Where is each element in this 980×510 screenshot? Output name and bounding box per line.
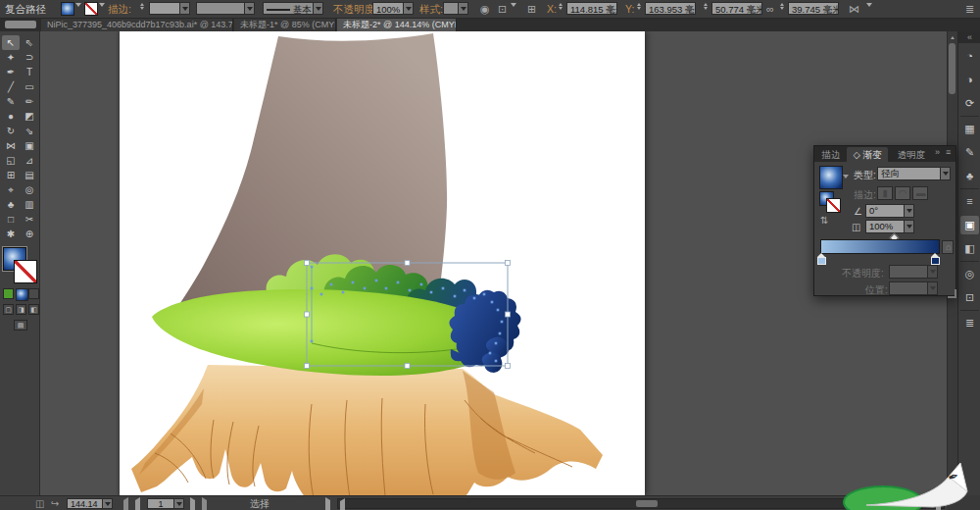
gradient-panel-icon[interactable]: ▣ <box>960 216 979 234</box>
gradient-stop-end[interactable] <box>931 253 940 263</box>
eraser-tool[interactable]: ◩ <box>21 109 38 124</box>
type-dropdown-caret[interactable] <box>940 167 951 180</box>
brush-definition-caret[interactable] <box>313 2 323 15</box>
stroke-weight-caret[interactable] <box>179 2 190 15</box>
stroke-swatch[interactable] <box>84 2 98 16</box>
shape-builder-tool[interactable]: ◱ <box>2 153 20 168</box>
brushes-panel-icon[interactable]: ✎ <box>960 143 979 162</box>
document-tab-1[interactable]: NiPic_377395_406b9cdd7b17c93b.ai* @ 143.… <box>41 18 233 31</box>
aspect-ratio-caret[interactable] <box>904 220 914 233</box>
paintbrush-tool[interactable]: ✎ <box>2 94 20 109</box>
line-segment-tool[interactable]: ╱ <box>2 79 20 94</box>
stroke-along-button[interactable]: ◠ <box>895 186 910 200</box>
toolbar-grip[interactable] <box>5 21 36 28</box>
rotate-tool[interactable]: ↻ <box>2 124 20 138</box>
stroke-weight-label[interactable]: 描边: <box>108 0 131 18</box>
gradient-swatch[interactable] <box>819 166 843 189</box>
brush-definition-field[interactable]: 基本 <box>263 2 314 15</box>
toolbar-stroke-swatch[interactable] <box>14 260 37 283</box>
transparency-panel-icon[interactable]: ◧ <box>960 239 979 258</box>
selection-tool[interactable]: ↖ <box>2 35 20 50</box>
draw-behind-button[interactable]: ◨ <box>16 304 26 315</box>
scroll-down-icon[interactable] <box>949 484 956 493</box>
w-stepper[interactable] <box>704 3 708 10</box>
zoom-level-caret[interactable] <box>102 498 113 509</box>
type-tool[interactable]: T <box>21 65 38 79</box>
x-stepper[interactable] <box>559 3 563 10</box>
last-artboard-icon[interactable] <box>202 500 207 510</box>
align-caret-icon[interactable] <box>511 7 516 19</box>
status-expand-icon[interactable] <box>325 500 330 510</box>
dock-control-icon[interactable]: ≣ <box>965 0 974 18</box>
tab-stroke[interactable]: 描边 <box>817 147 845 162</box>
width-tool[interactable]: ⋈ <box>2 138 20 153</box>
direct-selection-tool[interactable]: ⇖ <box>21 35 38 50</box>
gradient-slider[interactable] <box>820 239 940 254</box>
blob-brush-tool[interactable]: ● <box>2 109 20 124</box>
transform-caret-icon[interactable] <box>866 7 872 19</box>
artboards-panel-icon[interactable]: ⊡ <box>960 288 979 307</box>
artwork-canvas[interactable] <box>120 31 645 495</box>
angle-field[interactable]: 0° <box>865 204 905 218</box>
reverse-gradient-icon[interactable]: ⇅ <box>820 215 828 226</box>
expand-dock-button[interactable]: « <box>958 31 980 43</box>
column-graph-tool[interactable]: ▥ <box>21 197 38 212</box>
horizontal-scrollbar[interactable] <box>337 498 945 509</box>
panel-chevrons-icon[interactable]: » <box>935 147 940 157</box>
draw-inside-button[interactable]: ◧ <box>28 304 39 315</box>
perspective-grid-tool[interactable]: ⊿ <box>21 153 38 168</box>
style-label[interactable]: 样式: <box>419 0 443 18</box>
gradient-swatch-caret[interactable] <box>843 178 849 190</box>
color-button[interactable] <box>3 288 14 299</box>
style-field[interactable] <box>443 2 459 15</box>
panel-menu-icon[interactable]: ≡ <box>946 147 951 157</box>
swatches-panel-icon[interactable]: ▦ <box>960 120 979 138</box>
scroll-up-icon[interactable] <box>949 32 956 42</box>
blend-tool[interactable]: ◎ <box>21 182 38 197</box>
tab-gradient[interactable]: ◇ 渐变 <box>847 147 888 162</box>
next-artboard-icon[interactable] <box>190 500 195 510</box>
shear-icon[interactable]: ⋈ <box>849 0 859 18</box>
stroke-weight-field[interactable] <box>149 2 180 15</box>
magic-wand-tool[interactable]: ✦ <box>2 50 20 65</box>
h-stepper[interactable] <box>780 3 784 10</box>
panel-stroke-proxy[interactable] <box>826 198 841 213</box>
stop-location-caret[interactable] <box>927 281 938 295</box>
transform-icon[interactable]: ⊞ <box>527 0 536 18</box>
w-field[interactable]: 50.774 毫米 <box>711 2 762 15</box>
prev-artboard-icon[interactable] <box>135 500 140 510</box>
panel-resize-grip[interactable] <box>948 289 956 298</box>
recolor-artwork-icon[interactable]: ◉ <box>480 0 490 18</box>
scale-tool[interactable]: ⇘ <box>21 124 38 138</box>
artboard-number-caret[interactable] <box>173 498 184 509</box>
gradient-stop-start[interactable] <box>817 253 826 263</box>
opacity-field[interactable]: 100% <box>372 2 404 15</box>
align-dropdown-icon[interactable]: ⊡ <box>498 0 507 18</box>
scroll-left-icon[interactable] <box>340 501 345 510</box>
aspect-ratio-field[interactable]: 100% <box>865 220 905 233</box>
hand-tool[interactable]: ✱ <box>2 227 20 241</box>
layers-panel-icon[interactable]: ≣ <box>960 314 979 332</box>
status-left-icon-2[interactable]: ↪ <box>51 496 59 510</box>
color-panel-icon[interactable]: ◔ <box>960 47 979 66</box>
none-button[interactable] <box>28 288 39 299</box>
gradient-button[interactable] <box>16 288 28 301</box>
screen-mode-button[interactable]: ▤ <box>14 320 27 331</box>
type-dropdown[interactable]: 径向 <box>877 167 941 180</box>
pen-tool[interactable]: ✒ <box>2 65 20 79</box>
stop-opacity-caret[interactable] <box>927 265 938 279</box>
style-caret[interactable] <box>458 2 468 15</box>
rectangle-tool[interactable]: ▭ <box>21 79 38 94</box>
h-field[interactable]: 39.745 毫米 <box>788 2 839 15</box>
symbols-panel-icon[interactable]: ♣ <box>960 167 979 185</box>
stroke-within-button[interactable]: ▮ <box>877 186 893 200</box>
opacity-label[interactable]: 不透明度: <box>333 0 377 18</box>
zoom-tool[interactable]: ⊕ <box>21 227 38 241</box>
free-transform-tool[interactable]: ▣ <box>21 138 38 153</box>
vertical-scroll-thumb[interactable] <box>949 43 956 94</box>
eyedropper-tool[interactable]: ⌖ <box>2 182 20 197</box>
symbol-sprayer-tool[interactable]: ♣ <box>2 197 20 212</box>
first-artboard-icon[interactable] <box>123 500 128 510</box>
artboard-number-field[interactable]: 1 <box>147 498 174 509</box>
document-tab-2[interactable]: 未标题-1* @ 85% (CMYK/预览)× <box>234 18 336 31</box>
